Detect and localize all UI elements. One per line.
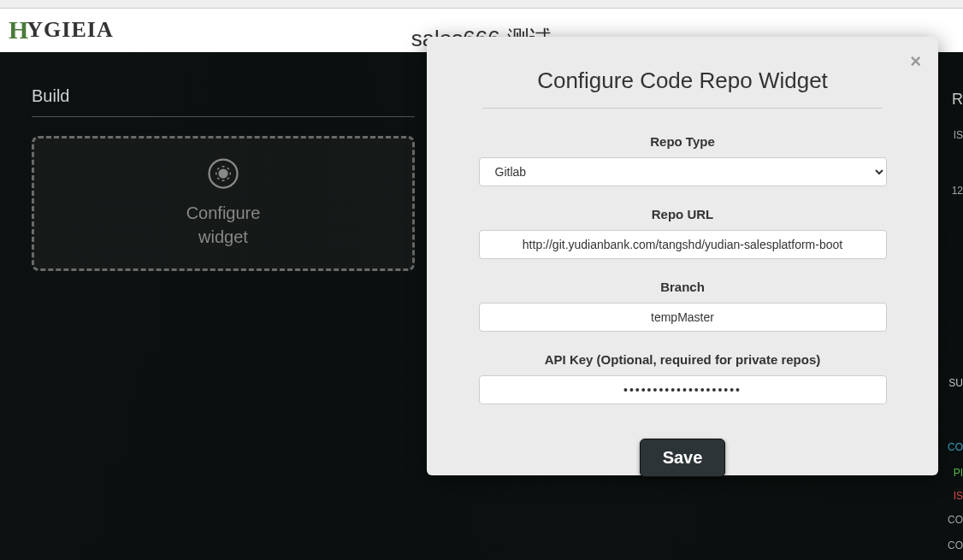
branch-label: Branch bbox=[461, 280, 904, 294]
repo-url-group: Repo URL bbox=[461, 207, 904, 259]
api-key-label: API Key (Optional, required for private … bbox=[461, 352, 904, 367]
repo-type-select[interactable]: Gitlab bbox=[479, 157, 887, 186]
branch-input[interactable] bbox=[479, 303, 887, 332]
branch-group: Branch bbox=[461, 280, 904, 332]
api-key-group: API Key (Optional, required for private … bbox=[461, 352, 904, 404]
configure-code-repo-modal: × Configure Code Repo Widget Repo Type G… bbox=[427, 37, 938, 475]
modal-overlay: × Configure Code Repo Widget Repo Type G… bbox=[0, 0, 963, 560]
modal-title: Configure Code Repo Widget bbox=[461, 68, 904, 94]
close-icon[interactable]: × bbox=[910, 52, 921, 71]
repo-url-label: Repo URL bbox=[461, 207, 904, 221]
modal-divider bbox=[482, 108, 883, 109]
repo-type-label: Repo Type bbox=[461, 134, 904, 149]
repo-type-group: Repo Type Gitlab bbox=[461, 134, 904, 186]
api-key-input[interactable] bbox=[479, 375, 887, 404]
save-button[interactable]: Save bbox=[640, 439, 726, 477]
repo-url-input[interactable] bbox=[479, 230, 887, 259]
